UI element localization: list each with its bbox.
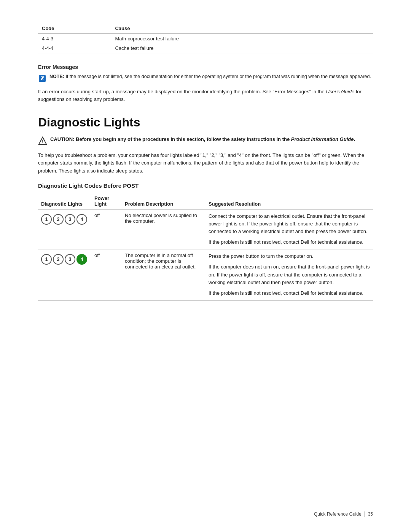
circle-1: 1 [41,254,52,265]
caution-text: CAUTION: Before you begin any of the pro… [50,136,355,143]
diagnostic-table: Diagnostic Lights Power Light Problem De… [38,193,373,300]
error-body-para: If an error occurs during start-up, a me… [38,88,373,103]
error-messages-section: Error Messages ✓ Z NOTE: If the message … [38,64,373,103]
circle-3: 3 [65,254,75,265]
table-row: 1 2 3 4 off No electrical power is suppl… [38,209,373,249]
power-cell: off [91,249,122,300]
note-body: If the message is not listed, see the do… [65,74,371,79]
diagnostic-lights-section: Diagnostic Lights ! CAUTION: Before you … [38,115,373,300]
svg-text:!: ! [42,139,43,144]
diag-body-para: To help you troubleshoot a problem, your… [38,152,373,174]
cause-cell: Math-coprocessor test failure [111,34,373,44]
res-para-1: Connect the computer to an electrical ou… [209,212,370,235]
note-label: NOTE: [49,74,64,79]
col-header-code: Code [38,23,111,34]
caution-body: Before you begin any of the procedures i… [76,136,291,142]
problem-cell: The computer is in a normal off conditio… [122,249,206,300]
circle-4-green: 4 [76,254,87,265]
note-text: NOTE: If the message is not listed, see … [49,74,371,79]
sub-heading: Diagnostic Light Codes Before POST [38,182,373,189]
error-messages-heading: Error Messages [38,64,373,70]
resolution-cell: Connect the computer to an electrical ou… [206,209,373,249]
code-cell: 4-4-3 [38,34,111,44]
table-row: 4-4-3 Math-coprocessor test failure [38,34,373,44]
light-circles-row2: 1 2 3 4 [41,254,88,265]
top-code-table: Code Cause 4-4-3 Math-coprocessor test f… [38,23,373,53]
diag-lights-cell: 1 2 3 4 [38,209,91,249]
circle-3: 3 [65,214,75,225]
circle-1: 1 [41,214,52,225]
res-para-1: Press the power button to turn the compu… [209,252,370,260]
caution-box: ! CAUTION: Before you begin any of the p… [38,136,373,145]
problem-cell: No electrical power is supplied to the c… [122,209,206,249]
caution-icon: ! [38,136,47,145]
note-icon: ✓ Z [38,74,46,83]
table-row: 4-4-4 Cache test failure [38,43,373,53]
res-para-2: If the problem is still not resolved, co… [209,238,370,246]
th-resolution: Suggested Resolution [206,193,373,209]
circle-2: 2 [53,254,64,265]
cause-cell: Cache test failure [111,43,373,53]
table-row: 1 2 3 4 off The computer is in a normal … [38,249,373,300]
light-circles-row1: 1 2 3 4 [41,214,88,225]
note-box: ✓ Z NOTE: If the message is not listed, … [38,74,373,83]
th-problem: Problem Description [122,193,206,209]
resolution-cell: Press the power button to turn the compu… [206,249,373,300]
caution-label: CAUTION: [50,136,75,142]
diag-lights-cell: 1 2 3 4 [38,249,91,300]
footer-guide-label: Quick Reference Guide [314,511,362,517]
code-cell: 4-4-4 [38,43,111,53]
power-cell: off [91,209,122,249]
caution-italic: Product Information Guide [291,136,354,142]
res-para-2: If the computer does not turn on, ensure… [209,263,370,286]
res-para-3: If the problem is still not resolved, co… [209,289,370,297]
th-diag-lights: Diagnostic Lights [38,193,91,209]
svg-text:Z: Z [40,75,44,81]
footer-separator [365,511,365,517]
section-heading: Diagnostic Lights [38,115,373,129]
circle-2: 2 [53,214,64,225]
footer-page-number: 35 [368,511,373,517]
col-header-cause: Cause [111,23,373,34]
footer: Quick Reference Guide 35 [314,511,373,517]
circle-4: 4 [76,214,87,225]
th-power: Power Light [91,193,122,209]
